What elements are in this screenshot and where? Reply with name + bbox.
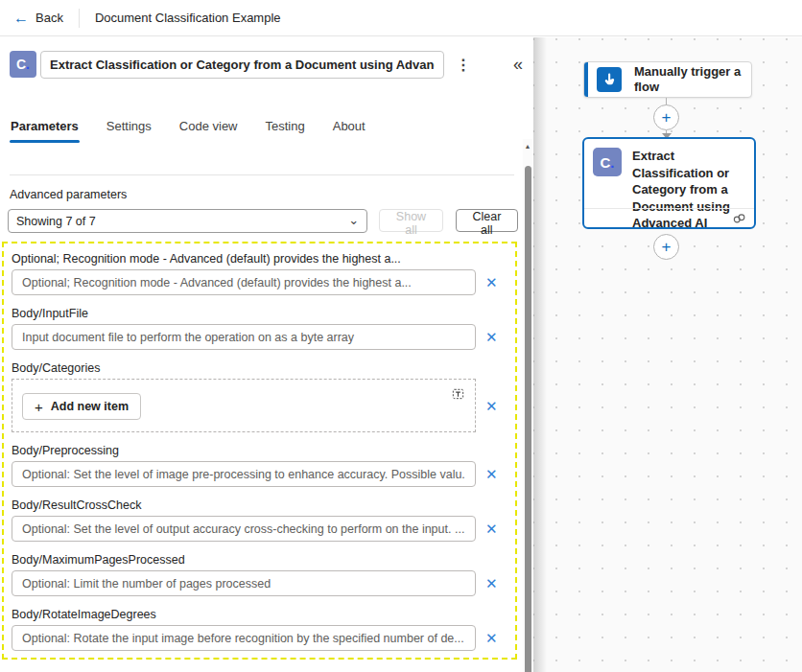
parameter-input[interactable]: [12, 625, 476, 651]
remove-parameter-icon[interactable]: ✕: [476, 324, 507, 350]
parameter-input-row: ✕: [12, 570, 507, 596]
parameter-label: Body/Preprocessing: [12, 444, 507, 457]
more-commands-button[interactable]: ⋮: [456, 56, 471, 74]
remove-parameter-icon[interactable]: ✕: [476, 516, 507, 542]
parameter-field-6: Body/MaximumPagesProcessed✕: [12, 553, 507, 596]
show-all-button[interactable]: Show all: [379, 209, 443, 232]
action-node-footer: [584, 208, 754, 227]
advanced-parameters-dropdown[interactable]: Showing 7 of 7 ⌄: [8, 209, 367, 233]
tab-testing[interactable]: Testing: [265, 110, 306, 141]
remove-parameter-icon[interactable]: ✕: [476, 625, 507, 651]
tab-code-view[interactable]: Code view: [178, 110, 239, 141]
tab-settings[interactable]: Settings: [106, 110, 153, 141]
remove-parameter-icon[interactable]: ✕: [476, 570, 507, 596]
manual-trigger-icon: [597, 67, 622, 92]
dropdown-value: Showing 7 of 7: [16, 215, 348, 228]
clear-all-button[interactable]: Clear all: [456, 209, 518, 232]
panel-divider: [10, 174, 514, 175]
parameter-field-1: Optional; Recognition mode - Advanced (d…: [12, 252, 507, 295]
parameter-label: Optional; Recognition mode - Advanced (d…: [12, 252, 507, 266]
tab-bar: ParametersSettingsCode viewTestingAbout: [10, 110, 366, 141]
connection-link-icon: [732, 211, 746, 225]
topbar-divider: [79, 9, 80, 28]
scrollbar-thumb[interactable]: [525, 166, 531, 672]
parameter-label: Body/MaximumPagesProcessed: [12, 553, 507, 567]
parameter-input-row: +Add new item✕: [12, 379, 507, 432]
back-button[interactable]: ← Back: [13, 11, 63, 26]
parameter-label: Body/Categories: [12, 361, 507, 375]
parameter-field-5: Body/ResultCrossCheck✕: [12, 498, 507, 542]
parameter-input[interactable]: [12, 461, 476, 487]
parameter-input[interactable]: [12, 516, 476, 542]
remove-parameter-icon[interactable]: ✕: [476, 393, 507, 419]
parameter-input-row: ✕: [12, 324, 507, 350]
parameter-field-7: Body/RotateImageDegrees✕: [12, 608, 507, 651]
parameter-field-2: Body/InputFile✕: [12, 307, 507, 350]
connector-badge-icon: C.: [10, 51, 36, 78]
trigger-node[interactable]: Manually trigger a flow: [583, 61, 752, 98]
parameter-input[interactable]: [12, 570, 476, 596]
advanced-parameters-row: Showing 7 of 7 ⌄ Show all Clear all: [8, 209, 518, 233]
remove-parameter-icon[interactable]: ✕: [476, 269, 507, 295]
action-node-selected[interactable]: C. Extract Classification or Category fr…: [582, 137, 756, 229]
parameter-label: Body/ResultCrossCheck: [12, 498, 507, 512]
parameter-label: Body/InputFile: [12, 307, 507, 320]
parameter-label: Body/RotateImageDegrees: [12, 608, 507, 621]
array-editor: +Add new item: [12, 379, 476, 432]
parameter-field-3: Body/Categories+Add new item✕: [12, 361, 507, 432]
parameter-input[interactable]: [12, 324, 476, 350]
connector-badge-icon: C.: [593, 148, 622, 176]
parameter-input[interactable]: [12, 269, 476, 295]
parameter-input-row: ✕: [12, 516, 507, 542]
switch-array-mode-icon[interactable]: [451, 386, 465, 404]
scroll-up-arrow-icon[interactable]: ▲: [523, 139, 532, 152]
parameter-input-row: ✕: [12, 461, 507, 487]
top-bar: ← Back Document Classification Example: [0, 0, 802, 36]
tab-about[interactable]: About: [332, 110, 366, 141]
insert-step-button-top[interactable]: +: [653, 104, 679, 130]
back-label: Back: [35, 11, 63, 25]
parameter-input-row: ✕: [12, 269, 507, 295]
trigger-accent-bar: [584, 62, 588, 97]
add-new-item-button[interactable]: +Add new item: [22, 393, 141, 420]
panel-scrollbar[interactable]: ▲: [523, 139, 532, 672]
add-new-item-label: Add new item: [51, 400, 129, 413]
trigger-node-label: Manually trigger a flow: [634, 64, 747, 97]
parameters-selection-region: Optional; Recognition mode - Advanced (d…: [2, 242, 517, 660]
collapse-panel-button[interactable]: «: [513, 55, 523, 75]
insert-step-button-bottom[interactable]: +: [653, 234, 679, 260]
flow-name: Document Classification Example: [95, 11, 281, 25]
remove-parameter-icon[interactable]: ✕: [476, 461, 507, 487]
action-details-panel: C. ⋮ « ParametersSettingsCode viewTestin…: [0, 37, 533, 672]
parameter-input-row: ✕: [12, 625, 507, 651]
parameter-field-4: Body/Preprocessing✕: [12, 444, 507, 487]
plus-icon: +: [35, 399, 43, 415]
tab-parameters[interactable]: Parameters: [10, 110, 80, 141]
action-title-input[interactable]: [40, 51, 444, 79]
chevron-down-icon: ⌄: [348, 218, 359, 224]
back-arrow-icon: ←: [13, 11, 29, 26]
advanced-parameters-label: Advanced parameters: [10, 188, 127, 201]
flow-canvas[interactable]: Manually trigger a flow + C. Extract Cla…: [533, 37, 802, 672]
panel-header: C. ⋮ «: [10, 50, 524, 79]
